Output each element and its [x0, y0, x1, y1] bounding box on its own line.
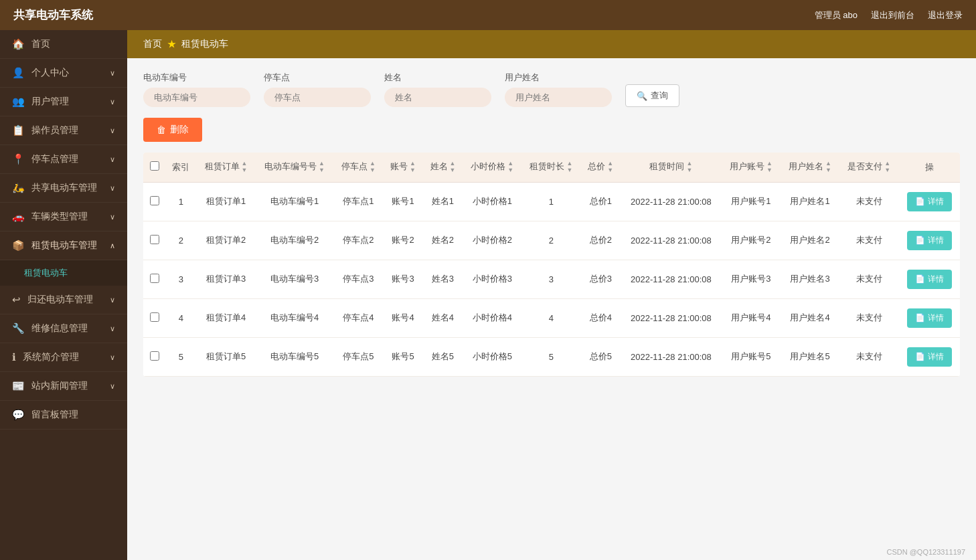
- cell-is-paid: 未支付: [839, 337, 898, 376]
- sidebar-item-parking-mgmt[interactable]: 📍 停车点管理 ∨: [0, 145, 127, 174]
- sidebar-item-user-mgmt[interactable]: 👥 用户管理 ∨: [0, 88, 127, 116]
- cell-account: 账号1: [383, 182, 422, 221]
- sidebar-item-rental-mgmt[interactable]: 📦 租赁电动车管理 ∧: [0, 231, 127, 260]
- chevron-down-icon: ∨: [110, 69, 115, 78]
- sidebar-item-system-mgmt[interactable]: ℹ 系统简介管理 ∨: [0, 343, 127, 372]
- row-checkbox[interactable]: [150, 274, 159, 283]
- logout-front-btn[interactable]: 退出到前台: [871, 9, 914, 21]
- scooter-icon: 🛵: [12, 182, 25, 194]
- th-is-paid[interactable]: 是否支付▲▼: [839, 153, 898, 182]
- th-rental-time[interactable]: 租赁时间▲▼: [621, 153, 722, 182]
- admin-label: 管理员 abo: [815, 9, 858, 21]
- sidebar-subitem-rental-vehicle[interactable]: 租赁电动车: [0, 260, 127, 286]
- cell-total-price: 总价4: [581, 298, 621, 337]
- name-input[interactable]: [384, 88, 491, 107]
- cell-parking: 停车点4: [333, 298, 383, 337]
- detail-icon: 📄: [915, 236, 925, 245]
- th-user-account[interactable]: 用户账号▲▼: [722, 153, 781, 182]
- th-user-name[interactable]: 用户姓名▲▼: [781, 153, 839, 182]
- th-rental-duration[interactable]: 租赁时长▲▼: [521, 153, 580, 182]
- sidebar-item-vehicle-type-label: 车辆类型管理: [31, 211, 88, 223]
- sidebar-item-personal[interactable]: 👤 个人中心 ∨: [0, 59, 127, 88]
- cell-rental-order: 租赁订单3: [196, 260, 255, 298]
- cell-rental-duration: 2: [521, 221, 580, 260]
- row-checkbox[interactable]: [150, 351, 159, 361]
- chevron-down-icon-7: ∧: [110, 242, 115, 250]
- cell-rental-duration: 3: [521, 260, 580, 298]
- sidebar-item-home-label: 首页: [31, 38, 50, 50]
- detail-button[interactable]: 📄 详情: [907, 347, 952, 367]
- cell-action: 📄 详情: [898, 260, 960, 298]
- th-rental-order[interactable]: 租赁订单▲▼: [196, 153, 255, 182]
- cell-hour-price: 小时价格1: [463, 182, 521, 221]
- cell-action: 📄 详情: [898, 182, 960, 221]
- table-body: 1 租赁订单1 电动车编号1 停车点1 账号1 姓名1 小时价格1 1 总价1 …: [143, 182, 960, 376]
- filter-name-group: 姓名: [384, 72, 491, 107]
- query-button[interactable]: 🔍 查询: [625, 84, 679, 107]
- th-parking[interactable]: 停车点▲▼: [333, 153, 383, 182]
- operator-icon: 📋: [12, 124, 25, 136]
- cell-rental-time: 2022-11-28 21:00:08: [621, 221, 722, 260]
- detail-button[interactable]: 📄 详情: [907, 192, 952, 211]
- cell-parking: 停车点5: [333, 337, 383, 376]
- cell-checkbox: [143, 260, 165, 298]
- select-all-checkbox[interactable]: [150, 161, 159, 171]
- parking-input[interactable]: [264, 88, 371, 107]
- data-table: 索引 租赁订单▲▼ 电动车编号号▲▼ 停车点▲▼ 账号▲▼ 姓名▲▼ 小时价格▲…: [143, 153, 960, 377]
- table-header-row: 索引 租赁订单▲▼ 电动车编号号▲▼ 停车点▲▼ 账号▲▼ 姓名▲▼ 小时价格▲…: [143, 153, 960, 182]
- cell-is-paid: 未支付: [839, 260, 898, 298]
- cell-total-price: 总价2: [581, 221, 621, 260]
- th-name[interactable]: 姓名▲▼: [423, 153, 463, 182]
- th-vehicle-no[interactable]: 电动车编号号▲▼: [256, 153, 334, 182]
- detail-button[interactable]: 📄 详情: [907, 308, 952, 328]
- sidebar: 🏠 首页 👤 个人中心 ∨ 👥 用户管理 ∨ 📋 操作员管理 ∨ 📍 停车点管理…: [0, 30, 127, 560]
- sidebar-item-guestbook[interactable]: 💬 留言板管理: [0, 401, 127, 430]
- info-icon: ℹ: [12, 351, 16, 363]
- sidebar-item-rental-label: 租赁电动车管理: [31, 240, 97, 252]
- sidebar-item-shared-label: 共享电动车管理: [31, 182, 97, 194]
- cell-user-account: 用户账号1: [722, 182, 781, 221]
- sidebar-item-operator-label: 操作员管理: [31, 124, 78, 136]
- filter-parking-group: 停车点: [264, 72, 371, 107]
- th-total-price[interactable]: 总价▲▼: [581, 153, 621, 182]
- vehicle-no-input[interactable]: [143, 88, 250, 107]
- username-input[interactable]: [505, 88, 612, 107]
- package-icon: 📦: [12, 240, 25, 252]
- row-checkbox[interactable]: [150, 235, 159, 244]
- breadcrumb-home[interactable]: 首页: [143, 38, 162, 50]
- sidebar-item-system-label: 系统简介管理: [23, 351, 79, 363]
- cell-user-account: 用户账号2: [722, 221, 781, 260]
- sidebar-item-repair-label: 维修信息管理: [31, 322, 88, 335]
- sidebar-item-home[interactable]: 🏠 首页: [0, 30, 127, 59]
- detail-button[interactable]: 📄 详情: [907, 270, 952, 289]
- sidebar-item-news-mgmt[interactable]: 📰 站内新闻管理 ∨: [0, 372, 127, 401]
- cell-is-paid: 未支付: [839, 182, 898, 221]
- cell-index: 4: [165, 298, 196, 337]
- sidebar-subitem-rental-vehicle-label: 租赁电动车: [24, 267, 68, 279]
- th-account[interactable]: 账号▲▼: [383, 153, 422, 182]
- cell-name: 姓名4: [423, 298, 463, 337]
- detail-button[interactable]: 📄 详情: [907, 231, 952, 250]
- cell-parking: 停车点2: [333, 221, 383, 260]
- logout-btn[interactable]: 退出登录: [928, 9, 963, 21]
- table-row: 1 租赁订单1 电动车编号1 停车点1 账号1 姓名1 小时价格1 1 总价1 …: [143, 182, 960, 221]
- parking-label: 停车点: [264, 72, 371, 84]
- sidebar-item-vehicle-type[interactable]: 🚗 车辆类型管理 ∨: [0, 203, 127, 231]
- table-row: 5 租赁订单5 电动车编号5 停车点5 账号5 姓名5 小时价格5 5 总价5 …: [143, 337, 960, 376]
- sidebar-item-news-label: 站内新闻管理: [31, 380, 88, 392]
- sidebar-item-repair-mgmt[interactable]: 🔧 维修信息管理 ∨: [0, 314, 127, 343]
- sidebar-item-operator-mgmt[interactable]: 📋 操作员管理 ∨: [0, 116, 127, 145]
- delete-button[interactable]: 🗑 删除: [143, 118, 202, 142]
- row-checkbox[interactable]: [150, 196, 159, 205]
- row-checkbox[interactable]: [150, 312, 159, 322]
- cell-total-price: 总价1: [581, 182, 621, 221]
- cell-rental-time: 2022-11-28 21:00:08: [621, 182, 722, 221]
- th-hour-price[interactable]: 小时价格▲▼: [463, 153, 521, 182]
- cell-rental-order: 租赁订单1: [196, 182, 255, 221]
- breadcrumb-separator: ★: [167, 39, 176, 50]
- sidebar-item-return-mgmt[interactable]: ↩ 归还电动车管理 ∨: [0, 286, 127, 314]
- cell-user-name: 用户姓名2: [781, 221, 839, 260]
- chevron-down-icon-10: ∨: [110, 353, 115, 362]
- detail-icon: 📄: [915, 274, 925, 284]
- sidebar-item-shared-mgmt[interactable]: 🛵 共享电动车管理 ∨: [0, 174, 127, 203]
